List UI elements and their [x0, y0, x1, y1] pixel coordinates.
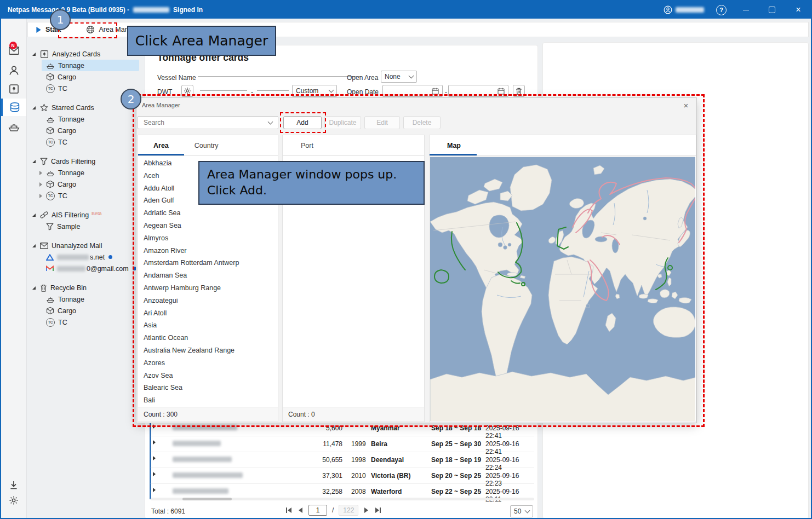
row-expand-icon[interactable] — [153, 440, 156, 445]
account-button[interactable] — [664, 5, 704, 14]
page-size-select[interactable]: 50 — [510, 505, 533, 517]
rail-cards-button[interactable] — [1, 80, 26, 97]
tab-map[interactable]: Map — [447, 142, 461, 149]
next-page-button[interactable] — [363, 506, 369, 514]
rail-settings-button[interactable] — [1, 492, 26, 509]
area-search-combobox[interactable] — [138, 116, 278, 129]
vessel-name-input[interactable] — [198, 66, 362, 77]
step-1-badge: 1 — [50, 9, 71, 30]
ais-link-icon — [40, 211, 48, 219]
expanded-arrow-icon[interactable] — [32, 53, 36, 56]
dialog-titlebar: Area Manager × — [136, 98, 696, 112]
tree-item-starred-tonnage[interactable]: Tonnage — [46, 113, 144, 125]
page-input[interactable] — [308, 505, 327, 516]
rail-contacts-button[interactable] — [1, 61, 26, 79]
dwt-settings-button[interactable] — [181, 85, 193, 97]
area-list-item[interactable]: Aegean Sea — [138, 220, 278, 232]
search-input[interactable] — [142, 118, 268, 127]
tree-item-ais-sample[interactable]: Sample — [46, 221, 144, 232]
total-count: Total : 6091 — [151, 508, 185, 515]
help-button[interactable]: ? — [716, 5, 727, 15]
close-button[interactable]: × — [791, 4, 805, 16]
tree-group-cards-filtering[interactable]: Cards Filtering — [27, 155, 144, 167]
tree-item-filtering-tc[interactable]: TC TC — [27, 190, 144, 201]
tree-item-starred-cargo[interactable]: Cargo — [46, 125, 144, 136]
tab-port[interactable]: Port — [301, 142, 313, 149]
tree-item-analyzed-cargo[interactable]: Cargo — [46, 71, 144, 83]
dwt-preset-select[interactable]: Custom — [292, 85, 337, 97]
add-button[interactable]: Add — [283, 116, 322, 129]
area-list-item[interactable]: Antwerp Hamburg Range — [138, 282, 278, 295]
tree-item-filtering-tonnage[interactable]: Tonnage — [27, 167, 144, 178]
tree-group-recycle-bin[interactable]: Recycle Bin — [27, 282, 144, 293]
area-list-item[interactable]: Asia — [138, 319, 278, 332]
collapsed-arrow-icon[interactable] — [39, 194, 42, 198]
tree-group-unanalyzed-mail[interactable]: Unanalyzed Mail — [27, 240, 144, 251]
tree-item-filtering-cargo[interactable]: Cargo — [27, 178, 144, 190]
minimize-button[interactable] — [739, 4, 753, 16]
unread-dot — [108, 255, 112, 259]
area-list-item[interactable]: Ari Atoll — [138, 307, 278, 320]
table-row[interactable]: 11,478 1999 Beira Sep 25 ~ Sep 30 2025-0… — [151, 436, 534, 452]
callout-line-2: Click Add. — [207, 183, 424, 199]
open-area-select[interactable]: None — [381, 71, 417, 83]
rail-mail-button[interactable]: N — [1, 42, 26, 59]
area-list-item[interactable]: Azov Sea — [138, 370, 278, 382]
row-expand-icon[interactable] — [153, 456, 156, 460]
horizontal-scrollbar[interactable] — [151, 498, 534, 500]
first-page-button[interactable] — [285, 506, 293, 514]
rail-vessels-button[interactable] — [1, 118, 26, 136]
world-map[interactable] — [430, 157, 695, 421]
tree-group-analyzed-cards[interactable]: Analyzed Cards — [27, 48, 144, 60]
area-list-item[interactable]: Australia New Zealand Range — [138, 344, 278, 357]
area-list-item[interactable]: Anzoategui — [138, 295, 278, 307]
tree-item-mail-account-1[interactable]: s.net — [46, 251, 144, 263]
collapsed-arrow-icon[interactable] — [39, 182, 42, 187]
area-list-item[interactable]: Almyros — [138, 232, 278, 245]
area-list-item[interactable]: Andaman Sea — [138, 269, 278, 282]
last-page-button[interactable] — [374, 506, 382, 514]
tab-country[interactable]: Country — [195, 142, 219, 149]
area-list-item[interactable]: Amazon River — [138, 245, 278, 257]
area-list-item[interactable]: Balearic Sea — [138, 382, 278, 394]
port-tab-row: Port — [283, 135, 424, 156]
area-list-item[interactable]: Amsterdam Rotterdam Antwerp — [138, 257, 278, 269]
row-expand-icon[interactable] — [153, 472, 156, 476]
callout-step-1: Click Area Manager — [127, 26, 276, 56]
edit-button[interactable]: Edit — [364, 116, 400, 129]
collapsed-arrow-icon[interactable] — [39, 171, 42, 175]
rail-database-button[interactable] — [1, 99, 26, 116]
table-row[interactable]: 50,655 1998 Deendayal Sep 18 ~ Sep 19 20… — [151, 452, 534, 468]
tree-item-mail-account-2[interactable]: 0@gmail.com — [46, 263, 144, 274]
tree-item-analyzed-tonnage[interactable]: Tonnage — [42, 60, 139, 71]
row-expand-icon[interactable] — [153, 424, 156, 429]
tree-item-recycle-tc[interactable]: TC TC — [46, 316, 144, 328]
row-expand-icon[interactable] — [153, 488, 156, 492]
duplicate-button[interactable]: Duplicate — [324, 116, 361, 129]
tree-item-recycle-cargo[interactable]: Cargo — [46, 305, 144, 316]
expanded-arrow-icon[interactable] — [32, 244, 36, 247]
area-list-item[interactable]: Atlantic Ocean — [138, 332, 278, 344]
tree-group-ais-filtering[interactable]: AIS Filtering Beta — [27, 209, 144, 221]
dwt-max-input[interactable] — [257, 80, 289, 91]
area-list-item[interactable]: Azores — [138, 357, 278, 370]
table-row[interactable]: 37,301 2010 Victoria (BR) Sep 20 ~ Sep 2… — [151, 468, 534, 484]
prev-page-button[interactable] — [298, 506, 304, 514]
dwt-min-input[interactable] — [200, 80, 247, 91]
maximize-button[interactable] — [765, 4, 779, 16]
expanded-arrow-icon[interactable] — [32, 214, 36, 217]
open-date-from-input[interactable] — [382, 85, 443, 97]
tab-area[interactable]: Area — [153, 142, 169, 149]
scrollbar-thumb[interactable] — [182, 498, 232, 500]
tree-item-recycle-tonnage[interactable]: Tonnage — [46, 293, 144, 305]
delete-button[interactable]: Delete — [403, 116, 441, 129]
area-list-item[interactable]: Adriatic Sea — [138, 207, 278, 220]
tree-item-starred-tc[interactable]: TC TC — [46, 136, 144, 148]
open-date-to-input[interactable] — [448, 85, 508, 97]
expanded-arrow-icon[interactable] — [32, 160, 36, 163]
dialog-close-button[interactable]: × — [680, 99, 692, 111]
expanded-arrow-icon[interactable] — [32, 106, 36, 109]
area-list-item[interactable]: Bali — [138, 394, 278, 407]
clear-dates-button[interactable] — [513, 85, 525, 97]
expanded-arrow-icon[interactable] — [32, 286, 36, 290]
